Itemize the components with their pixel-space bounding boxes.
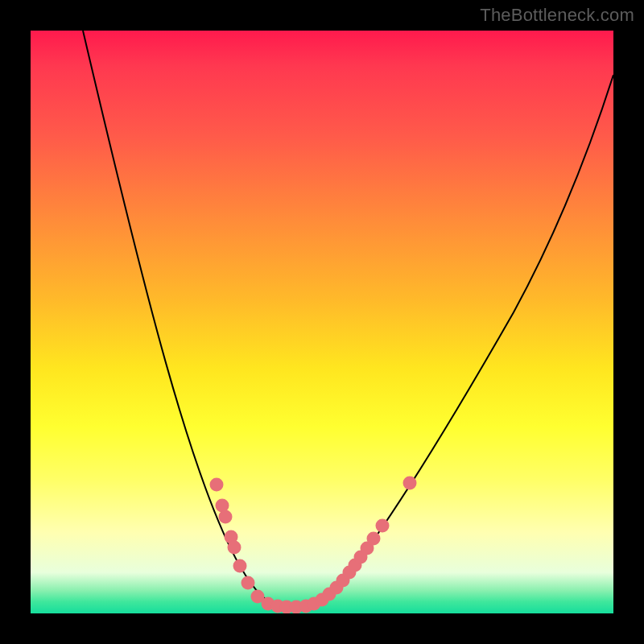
watermark-text: TheBottleneck.com: [480, 5, 634, 26]
data-marker: [403, 477, 417, 490]
data-marker: [228, 541, 242, 555]
data-marker: [376, 519, 390, 533]
data-marker: [367, 532, 381, 546]
data-marker: [242, 576, 255, 590]
data-marker: [233, 559, 247, 573]
chart-container: TheBottleneck.com: [0, 0, 644, 644]
bottleneck-curve-svg: [31, 31, 613, 613]
curve-path: [83, 31, 613, 608]
data-marker: [210, 478, 224, 492]
marker-group: [210, 477, 417, 614]
data-marker: [219, 510, 233, 524]
